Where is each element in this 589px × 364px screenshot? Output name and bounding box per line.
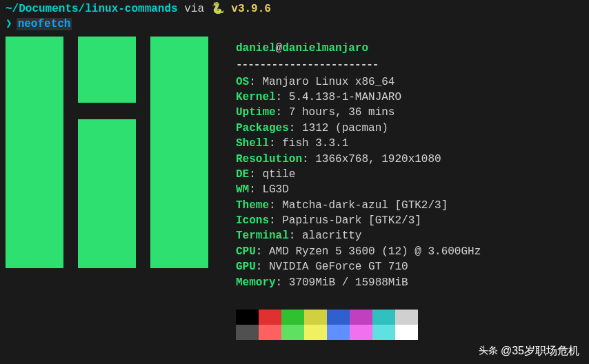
info-row: Shell: fish 3.3.1 xyxy=(236,136,481,151)
logo-cell xyxy=(6,169,20,185)
logo-cell xyxy=(78,202,92,219)
info-row: Memory: 3709MiB / 15988MiB xyxy=(236,275,481,290)
logo-cell xyxy=(136,53,150,70)
info-value: : 7 hours, 36 mins xyxy=(276,106,395,119)
logo-cell xyxy=(165,219,179,235)
logo-cell xyxy=(179,103,194,119)
info-row: Resolution: 1366x768, 1920x1080 xyxy=(236,152,481,167)
logo-cell xyxy=(63,185,78,202)
info-key: DE xyxy=(236,168,249,181)
color-swatch xyxy=(395,310,418,325)
logo-cell xyxy=(20,235,34,252)
logo-cell xyxy=(194,86,208,103)
info-value: : NVIDIA GeForce GT 710 xyxy=(256,261,408,273)
logo-cell xyxy=(49,252,63,268)
logo-cell xyxy=(92,219,107,235)
color-swatch xyxy=(281,310,304,325)
logo-cell xyxy=(92,185,107,202)
color-swatch xyxy=(372,325,395,340)
info-key: Resolution xyxy=(236,153,302,165)
logo-cell xyxy=(194,202,208,219)
logo-cell xyxy=(92,37,107,53)
logo-cell xyxy=(78,169,92,185)
info-value: : AMD Ryzen 5 3600 (12) @ 3.600GHz xyxy=(256,245,481,258)
info-key: Uptime xyxy=(236,106,276,119)
logo-cell xyxy=(179,37,194,53)
logo-cell xyxy=(63,119,78,136)
logo-cell xyxy=(136,219,150,235)
logo-cell xyxy=(63,169,78,185)
logo-cell xyxy=(63,53,78,70)
logo-cell xyxy=(63,152,78,169)
logo-cell xyxy=(179,235,194,252)
color-swatch xyxy=(304,310,327,325)
logo-cell xyxy=(107,70,121,86)
color-swatch xyxy=(236,310,259,325)
logo-cell xyxy=(194,136,208,152)
logo-cell xyxy=(136,119,150,136)
logo-cell xyxy=(34,53,49,70)
logo-cell xyxy=(121,185,136,202)
logo-cell xyxy=(20,103,34,119)
info-key: Theme xyxy=(236,199,269,212)
logo-cell xyxy=(165,53,179,70)
info-row: Terminal: alacritty xyxy=(236,228,481,243)
logo-cell xyxy=(121,103,136,119)
info-key: OS xyxy=(236,76,249,88)
logo-cell xyxy=(121,219,136,235)
logo-cell xyxy=(6,103,20,119)
logo-cell xyxy=(121,53,136,70)
logo-cell xyxy=(107,219,121,235)
logo-cell xyxy=(150,169,165,185)
command-text[interactable]: neofetch xyxy=(17,18,72,30)
logo-cell xyxy=(107,103,121,119)
logo-cell xyxy=(20,53,34,70)
info-row: Kernel: 5.4.138-1-MANJARO xyxy=(236,90,481,105)
logo-cell xyxy=(20,70,34,86)
logo-cell xyxy=(6,136,20,152)
logo-cell xyxy=(121,119,136,136)
logo-cell xyxy=(92,119,107,136)
logo-cell xyxy=(78,235,92,252)
logo-cell xyxy=(49,53,63,70)
logo-cell xyxy=(6,235,20,252)
logo-cell xyxy=(150,53,165,70)
logo-cell xyxy=(78,53,92,70)
logo-cell xyxy=(150,37,165,53)
logo-cell xyxy=(194,252,208,268)
logo-cell xyxy=(107,136,121,152)
logo-cell xyxy=(179,152,194,169)
logo-cell xyxy=(34,152,49,169)
logo-cell xyxy=(63,219,78,235)
logo-cell xyxy=(150,252,165,268)
logo-cell xyxy=(136,70,150,86)
logo-cell xyxy=(78,86,92,103)
logo-cell xyxy=(34,252,49,268)
logo-cell xyxy=(121,169,136,185)
logo-cell xyxy=(63,86,78,103)
logo-cell xyxy=(6,202,20,219)
logo-cell xyxy=(150,235,165,252)
snake-icon: 🐍 xyxy=(211,3,225,15)
logo-cell xyxy=(92,103,107,119)
logo-cell xyxy=(194,53,208,70)
logo-cell xyxy=(49,136,63,152)
logo-cell xyxy=(121,86,136,103)
logo-cell xyxy=(63,136,78,152)
prompt-arrow-icon: ❯ xyxy=(6,18,12,30)
info-value: : Matcha-dark-azul [GTK2/3] xyxy=(269,199,448,212)
logo-cell xyxy=(34,70,49,86)
logo-cell xyxy=(136,136,150,152)
info-value: : Papirus-Dark [GTK2/3] xyxy=(269,214,421,227)
logo-cell xyxy=(179,202,194,219)
logo-cell xyxy=(92,136,107,152)
logo-cell xyxy=(6,119,20,136)
logo-cell xyxy=(165,185,179,202)
logo-cell xyxy=(20,202,34,219)
info-key: WM xyxy=(236,183,249,196)
logo-cell xyxy=(49,86,63,103)
logo-cell xyxy=(150,136,165,152)
logo-cell xyxy=(92,169,107,185)
logo-cell xyxy=(121,37,136,53)
logo-cell xyxy=(49,152,63,169)
